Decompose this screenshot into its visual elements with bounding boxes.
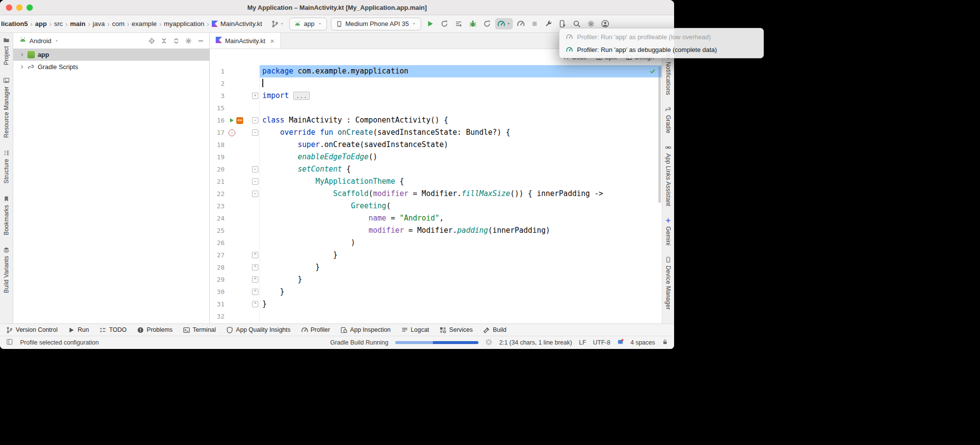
- titlebar[interactable]: My Application – MainActivity.kt [My_App…: [0, 0, 674, 15]
- fold-marker[interactable]: +: [252, 93, 258, 99]
- readonly-lock[interactable]: [662, 339, 668, 346]
- caret-position[interactable]: 2:1 (34 chars, 1 line break): [499, 339, 572, 346]
- breadcrumb-main[interactable]: main: [70, 20, 86, 27]
- run-button[interactable]: [424, 18, 436, 29]
- fold-marker[interactable]: −: [252, 166, 258, 173]
- project-view-mode[interactable]: Android: [29, 37, 51, 45]
- apply-code-changes-button[interactable]: [452, 18, 465, 29]
- toolwindow-switcher[interactable]: [6, 338, 13, 347]
- editor-scrollbar[interactable]: [658, 67, 661, 203]
- toolwindow-button-profiler[interactable]: Profiler: [301, 326, 330, 334]
- tree-item-app[interactable]: app: [13, 49, 209, 61]
- profiler-dropdown-button[interactable]: [495, 18, 513, 29]
- code-line-24[interactable]: 24 name = "Android",: [210, 212, 662, 224]
- toolwindow-button-bookmarks[interactable]: Bookmarks: [3, 196, 10, 235]
- toolwindow-button-project[interactable]: Project: [3, 37, 10, 65]
- toolwindow-button-app-quality-insights[interactable]: App Quality Insights: [226, 326, 290, 334]
- code-line-29[interactable]: 29^ }: [210, 273, 662, 286]
- breadcrumb-com[interactable]: com: [112, 20, 125, 27]
- popup-item-profiler-run-app-as-profileable-low-overhe[interactable]: Profiler: Run 'app' as profileable (low …: [561, 30, 761, 43]
- close-window-button[interactable]: [6, 4, 12, 11]
- toolwindow-button-run[interactable]: Run: [68, 326, 89, 334]
- code-line-26[interactable]: 26 ): [210, 237, 662, 249]
- code-line-27[interactable]: 27^ }: [210, 249, 662, 261]
- play-icon[interactable]: [228, 117, 235, 124]
- toolwindow-button-version-control[interactable]: Version Control: [6, 326, 57, 334]
- toolwindow-button-gemini[interactable]: Gemini: [665, 217, 672, 246]
- toolwindow-button-structure[interactable]: Structure: [3, 149, 10, 184]
- status-indicator[interactable]: [617, 339, 624, 346]
- fold-marker[interactable]: ^: [252, 301, 258, 307]
- switcher-icon[interactable]: [6, 338, 13, 346]
- apply-changes-button[interactable]: [438, 18, 451, 29]
- code-line-18[interactable]: 18 super.onCreate(savedInstanceState): [210, 139, 662, 151]
- toolwindow-button-notifications[interactable]: Notifications: [665, 52, 672, 95]
- code-area[interactable]: 1package com.example.myapplication23+imp…: [210, 65, 662, 323]
- toolwindow-button-services[interactable]: Services: [439, 326, 473, 334]
- code-line-31[interactable]: 31^}: [210, 298, 662, 310]
- breadcrumb-java[interactable]: java: [93, 20, 105, 27]
- code-line-22[interactable]: 22− Scaffold(modifier = Modifier.fillMax…: [210, 188, 662, 200]
- tab-mainactivity-kt[interactable]: MainActivity.kt ×: [210, 33, 281, 49]
- code-line-21[interactable]: 21− MyApplicationTheme {: [210, 175, 662, 188]
- code-line-32[interactable]: 32: [210, 310, 662, 322]
- indent-style[interactable]: 4 spaces: [630, 339, 655, 346]
- toolwindow-button-terminal[interactable]: Terminal: [183, 326, 216, 334]
- tree-item-gradle-scripts[interactable]: Gradle Scripts: [13, 61, 209, 73]
- profile-button[interactable]: [515, 18, 527, 29]
- fold-marker[interactable]: −: [252, 117, 258, 124]
- toolwindow-button-problems[interactable]: Problems: [137, 326, 173, 334]
- minimize-window-button[interactable]: [16, 4, 23, 11]
- lock-icon[interactable]: [662, 339, 668, 345]
- toolwindow-button-resource-manager[interactable]: Resource Manager: [3, 77, 10, 138]
- stop-button[interactable]: [529, 19, 540, 29]
- toolwindow-button-device-manager[interactable]: Device Manager: [665, 256, 672, 310]
- attach-debugger-button[interactable]: [542, 18, 554, 29]
- code-line-30[interactable]: 30^ }: [210, 286, 662, 298]
- rerun-button[interactable]: [481, 18, 493, 29]
- toolwindow-button-build[interactable]: Build: [483, 326, 506, 334]
- file-encoding[interactable]: UTF-8: [593, 339, 610, 346]
- folded-region[interactable]: ...: [293, 92, 309, 100]
- toolwindow-button-logcat[interactable]: Logcat: [401, 326, 429, 334]
- fold-marker[interactable]: ^: [252, 276, 258, 283]
- target-icon[interactable]: [148, 37, 155, 45]
- toolwindow-button-build-variants[interactable]: Build Variants: [3, 247, 10, 293]
- run-configuration-select[interactable]: app: [289, 18, 327, 30]
- breadcrumb-app[interactable]: app: [35, 20, 47, 27]
- indicator-icon[interactable]: [617, 339, 624, 345]
- zoom-window-button[interactable]: [26, 4, 33, 11]
- override-marker-icon[interactable]: ↑: [228, 129, 235, 136]
- collapseall-icon[interactable]: [160, 37, 168, 45]
- vcs-widget[interactable]: [269, 19, 286, 29]
- toolwindow-button-app-links-assistant[interactable]: App Links Assistant: [665, 144, 672, 206]
- code-line-20[interactable]: 20− setContent {: [210, 163, 662, 175]
- code-line-2[interactable]: 2: [210, 77, 662, 90]
- code-line-16[interactable]: 16<>−class MainActivity : ComponentActiv…: [210, 114, 662, 126]
- close-icon[interactable]: [485, 339, 492, 346]
- compose-preview-icon[interactable]: <>: [236, 117, 243, 124]
- code-line-15[interactable]: 15: [210, 102, 662, 114]
- inspections-status[interactable]: [649, 67, 656, 76]
- breadcrumb-example[interactable]: example: [132, 20, 157, 27]
- fold-marker[interactable]: −: [252, 191, 258, 197]
- minus-icon[interactable]: [197, 37, 204, 45]
- debug-button[interactable]: [467, 18, 479, 29]
- check-icon[interactable]: [649, 68, 656, 74]
- code-line-28[interactable]: 28^ }: [210, 261, 662, 273]
- fold-marker[interactable]: ^: [252, 289, 258, 295]
- popup-item-profiler-run-app-as-debuggable-complete-da[interactable]: Profiler: Run 'app' as debuggable (compl…: [561, 43, 761, 56]
- fold-marker[interactable]: −: [252, 129, 258, 136]
- fold-marker[interactable]: ^: [252, 264, 258, 271]
- close-tab-icon[interactable]: ×: [270, 37, 275, 45]
- fold-marker[interactable]: ^: [252, 252, 258, 258]
- code-line-3[interactable]: 3+import ...: [210, 90, 662, 102]
- cancel-build-button[interactable]: [485, 339, 492, 347]
- toolwindow-button-gradle[interactable]: Gradle: [665, 106, 672, 133]
- breadcrumb-src[interactable]: src: [54, 20, 63, 27]
- line-separator[interactable]: LF: [579, 339, 586, 346]
- code-line-25[interactable]: 25 modifier = Modifier.padding(innerPadd…: [210, 224, 662, 237]
- breadcrumb-mainactivity-kt[interactable]: MainActivity.kt: [212, 20, 262, 27]
- code-line-1[interactable]: 1package com.example.myapplication: [210, 65, 662, 77]
- breadcrumb-myapplication[interactable]: myapplication: [164, 20, 204, 27]
